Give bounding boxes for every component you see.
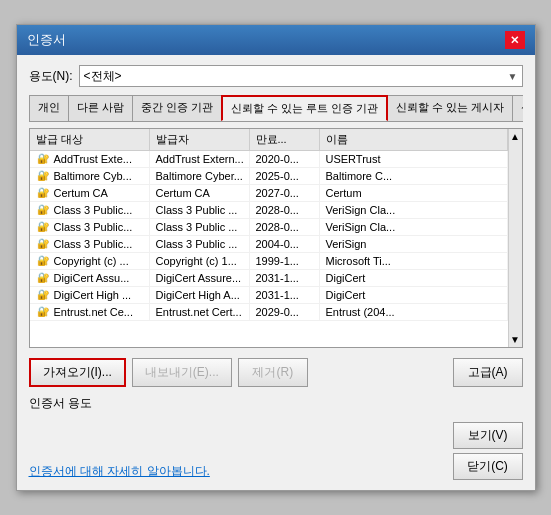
cell-issuer: Class 3 Public ... [150,202,250,218]
tab-trusted4[interactable]: 신뢰되 [512,95,522,121]
cell-subject: 🔐Class 3 Public... [30,202,150,218]
dialog-title: 인증서 [27,31,66,49]
close-icon[interactable]: ✕ [505,31,525,49]
bottom-row: 인증서에 대해 자세히 알아봅니다. 보기(V) 닫기(C) [29,422,523,480]
table-row[interactable]: 🔐AddTrust Exte...AddTrust Extern...2020-… [30,151,508,168]
dialog-body: 용도(N): <전체> ▼ 개인 다른 사람 중간 인증 기관 신뢰할 수 있는… [17,55,535,490]
cell-name: Microsoft Ti... [320,253,508,269]
cell-subject: 🔐DigiCert High ... [30,287,150,303]
table-row[interactable]: 🔐Copyright (c) ...Copyright (c) 1...1999… [30,253,508,270]
cell-name: VeriSign Cla... [320,202,508,218]
export-button[interactable]: 내보내기(E)... [132,358,232,387]
cell-name: Certum [320,185,508,201]
cell-issuer: Class 3 Public ... [150,219,250,235]
purpose-label: 용도(N): [29,68,73,85]
cell-subject: 🔐Class 3 Public... [30,219,150,235]
cell-subject: 🔐DigiCert Assu... [30,270,150,286]
cell-name: Baltimore C... [320,168,508,184]
table-row[interactable]: 🔐Entrust.net Ce...Entrust.net Cert...202… [30,304,508,321]
view-button[interactable]: 보기(V) [453,422,523,449]
cell-expiry: 2031-1... [250,270,320,286]
table-row[interactable]: 🔐Baltimore Cyb...Baltimore Cyber...2025-… [30,168,508,185]
cell-subject: 🔐Entrust.net Ce... [30,304,150,320]
cell-subject: 🔐Class 3 Public... [30,236,150,252]
table-row[interactable]: 🔐Certum CACertum CA2027-0...Certum [30,185,508,202]
cell-subject: 🔐Certum CA [30,185,150,201]
cell-expiry: 2028-0... [250,202,320,218]
cert-icon: 🔐 [36,187,50,199]
table-scroll-wrapper: 발급 대상 발급자 만료... 이름 🔐AddTrust Exte...AddT… [30,129,522,347]
table-row[interactable]: 🔐Class 3 Public...Class 3 Public ...2004… [30,236,508,253]
cell-name: DigiCert [320,270,508,286]
cell-name: VeriSign Cla... [320,219,508,235]
certificate-dialog: 인증서 ✕ 용도(N): <전체> ▼ 개인 다른 사람 중간 인증 기관 신뢰… [16,24,536,491]
col-subject: 발급 대상 [30,129,150,150]
cell-expiry: 2004-0... [250,236,320,252]
cell-subject: 🔐AddTrust Exte... [30,151,150,167]
purpose-dropdown[interactable]: <전체> ▼ [79,65,523,87]
cert-icon: 🔐 [36,272,50,284]
advanced-button[interactable]: 고급(A) [453,358,523,387]
cell-expiry: 2020-0... [250,151,320,167]
remove-button[interactable]: 제거(R) [238,358,308,387]
table-header: 발급 대상 발급자 만료... 이름 [30,129,508,151]
cell-expiry: 1999-1... [250,253,320,269]
table-body: 🔐AddTrust Exte...AddTrust Extern...2020-… [30,151,508,347]
cert-icon: 🔐 [36,238,50,250]
cell-issuer: Copyright (c) 1... [150,253,250,269]
action-buttons-row: 가져오기(I)... 내보내기(E)... 제거(R) 고급(A) [29,358,523,387]
cell-name: DigiCert [320,287,508,303]
cert-icon: 🔐 [36,255,50,267]
purpose-value: <전체> [84,68,122,85]
cert-usage-label: 인증서 용도 [29,395,92,412]
table-row[interactable]: 🔐Class 3 Public...Class 3 Public ...2028… [30,202,508,219]
cert-icon: 🔐 [36,289,50,301]
cert-icon: 🔐 [36,153,50,165]
cell-expiry: 2031-1... [250,287,320,303]
cell-issuer: DigiCert High A... [150,287,250,303]
tab-trusted-root[interactable]: 신뢰할 수 있는 루트 인증 기관 [221,95,388,121]
cell-subject: 🔐Copyright (c) ... [30,253,150,269]
tab-intermediate[interactable]: 중간 인증 기관 [132,95,222,121]
right-buttons: 보기(V) 닫기(C) [453,422,523,480]
table-row[interactable]: 🔐DigiCert Assu...DigiCert Assure...2031-… [30,270,508,287]
col-name: 이름 [320,129,508,150]
cell-issuer: Certum CA [150,185,250,201]
col-issuer: 발급자 [150,129,250,150]
cell-issuer: Baltimore Cyber... [150,168,250,184]
title-bar: 인증서 ✕ [17,25,535,55]
cell-expiry: 2028-0... [250,219,320,235]
cell-expiry: 2029-0... [250,304,320,320]
cell-issuer: Entrust.net Cert... [150,304,250,320]
table-row[interactable]: 🔐Class 3 Public...Class 3 Public ...2028… [30,219,508,236]
cell-name: VeriSign [320,236,508,252]
purpose-row: 용도(N): <전체> ▼ [29,65,523,87]
cert-icon: 🔐 [36,306,50,318]
tab-trusted-publishers[interactable]: 신뢰할 수 있는 게시자 [387,95,513,121]
certificate-table: 발급 대상 발급자 만료... 이름 🔐AddTrust Exte...AddT… [29,128,523,348]
dialog-close-button[interactable]: 닫기(C) [453,453,523,480]
dropdown-arrow-icon: ▼ [508,71,518,82]
cert-icon: 🔐 [36,170,50,182]
cert-icon: 🔐 [36,204,50,216]
scroll-down-icon[interactable]: ▼ [510,334,520,345]
cell-subject: 🔐Baltimore Cyb... [30,168,150,184]
table-row[interactable]: 🔐DigiCert High ...DigiCert High A...2031… [30,287,508,304]
learn-more-link[interactable]: 인증서에 대해 자세히 알아봅니다. [29,463,210,480]
cell-expiry: 2025-0... [250,168,320,184]
col-expiry: 만료... [250,129,320,150]
cell-name: Entrust (204... [320,304,508,320]
cell-expiry: 2027-0... [250,185,320,201]
cert-usage-row: 인증서 용도 [29,395,523,412]
tab-others[interactable]: 다른 사람 [68,95,133,121]
tab-personal[interactable]: 개인 [29,95,69,121]
cert-icon: 🔐 [36,221,50,233]
cell-issuer: AddTrust Extern... [150,151,250,167]
tabs-container: 개인 다른 사람 중간 인증 기관 신뢰할 수 있는 루트 인증 기관 신뢰할 … [29,95,523,122]
cell-issuer: Class 3 Public ... [150,236,250,252]
cell-name: USERTrust [320,151,508,167]
scroll-up-icon[interactable]: ▲ [510,131,520,142]
import-button[interactable]: 가져오기(I)... [29,358,126,387]
cell-issuer: DigiCert Assure... [150,270,250,286]
